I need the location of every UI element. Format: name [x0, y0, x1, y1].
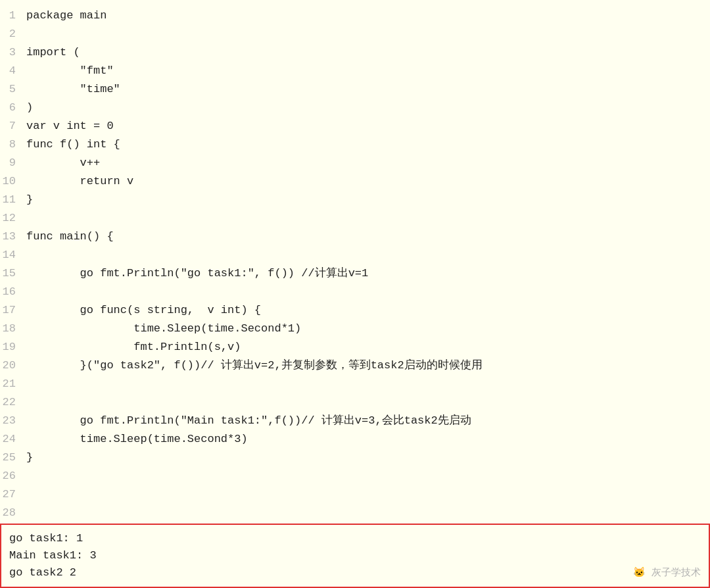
line-content: } [26, 449, 33, 467]
line-number: 18 [0, 320, 26, 338]
line-number: 28 [0, 504, 26, 522]
line-content: } [26, 191, 33, 209]
line-number: 7 [0, 117, 26, 135]
line-content: var v int = 0 [26, 117, 114, 135]
output-panel: go task1: 1 Main task1: 3 go task2 2 🐱 灰… [0, 524, 710, 588]
code-line: 2 [0, 25, 710, 43]
code-line: 6) [0, 99, 710, 117]
line-number: 3 [0, 43, 26, 62]
line-number: 17 [0, 301, 26, 320]
code-editor: 1package main23import (4 "fmt"5 "time"6)… [0, 0, 710, 524]
code-line: 10 return v [0, 172, 710, 191]
line-number: 1 [0, 7, 26, 25]
code-line: 20 }("go task2", f())// 计算出v=2,并复制参数，等到t… [0, 356, 710, 375]
code-line: 1package main [0, 7, 710, 25]
line-content: package main [26, 7, 106, 25]
line-number: 20 [0, 356, 26, 375]
line-content: func f() int { [26, 135, 120, 154]
code-line: 15 go fmt.Println("go task1:", f()) //计算… [0, 264, 710, 283]
code-line: 9 v++ [0, 154, 710, 172]
line-number: 10 [0, 172, 26, 191]
line-number: 22 [0, 393, 26, 412]
code-line: 28 [0, 504, 710, 522]
line-number: 6 [0, 99, 26, 117]
output-text: go task1: 1 Main task1: 3 go task2 2 [9, 530, 97, 581]
code-line: 14 [0, 246, 710, 264]
line-number: 16 [0, 283, 26, 301]
code-line: 13func main() { [0, 228, 710, 246]
code-line: 22 [0, 393, 710, 412]
line-number: 14 [0, 246, 26, 264]
code-line: 12 [0, 209, 710, 228]
code-line: 17 go func(s string, v int) { [0, 301, 710, 320]
line-number: 8 [0, 135, 26, 154]
line-number: 25 [0, 449, 26, 467]
line-content: fmt.Println(s,v) [26, 338, 241, 356]
line-content: go func(s string, v int) { [26, 301, 261, 320]
line-number: 23 [0, 412, 26, 430]
line-content: go fmt.Println("Main task1:",f())// 计算出v… [26, 412, 471, 430]
line-number: 4 [0, 62, 26, 80]
line-number: 11 [0, 191, 26, 209]
code-line: 25} [0, 449, 710, 467]
line-content: ) [26, 99, 33, 117]
line-content: func main() { [26, 228, 114, 246]
code-line: 19 fmt.Println(s,v) [0, 338, 710, 356]
line-content: v++ [26, 154, 100, 172]
line-content: time.Sleep(time.Second*3) [26, 430, 248, 449]
code-line: 7var v int = 0 [0, 117, 710, 135]
line-content: time.Sleep(time.Second*1) [26, 320, 301, 338]
line-content: go fmt.Println("go task1:", f()) //计算出v=… [26, 264, 368, 283]
line-number: 26 [0, 467, 26, 485]
code-line: 11} [0, 191, 710, 209]
line-content: "time" [26, 80, 120, 99]
code-line: 24 time.Sleep(time.Second*3) [0, 430, 710, 449]
line-number: 12 [0, 209, 26, 228]
code-line: 16 [0, 283, 710, 301]
line-content: return v [26, 172, 133, 191]
line-number: 27 [0, 485, 26, 504]
line-number: 21 [0, 375, 26, 393]
code-line: 26 [0, 467, 710, 485]
line-content: }("go task2", f())// 计算出v=2,并复制参数，等到task… [26, 356, 483, 375]
code-line: 5 "time" [0, 80, 710, 99]
line-number: 24 [0, 430, 26, 449]
code-line: 23 go fmt.Println("Main task1:",f())// 计… [0, 412, 710, 430]
line-number: 15 [0, 264, 26, 283]
code-line: 4 "fmt" [0, 62, 710, 80]
watermark: 🐱 灰子学技术 [633, 566, 701, 581]
code-line: 8func f() int { [0, 135, 710, 154]
line-number: 9 [0, 154, 26, 172]
line-content: "fmt" [26, 62, 114, 80]
line-number: 2 [0, 25, 26, 43]
code-line: 3import ( [0, 43, 710, 62]
line-number: 19 [0, 338, 26, 356]
line-content: import ( [26, 43, 80, 62]
line-number: 13 [0, 228, 26, 246]
code-line: 27 [0, 485, 710, 504]
code-line: 18 time.Sleep(time.Second*1) [0, 320, 710, 338]
line-number: 5 [0, 80, 26, 99]
code-line: 21 [0, 375, 710, 393]
